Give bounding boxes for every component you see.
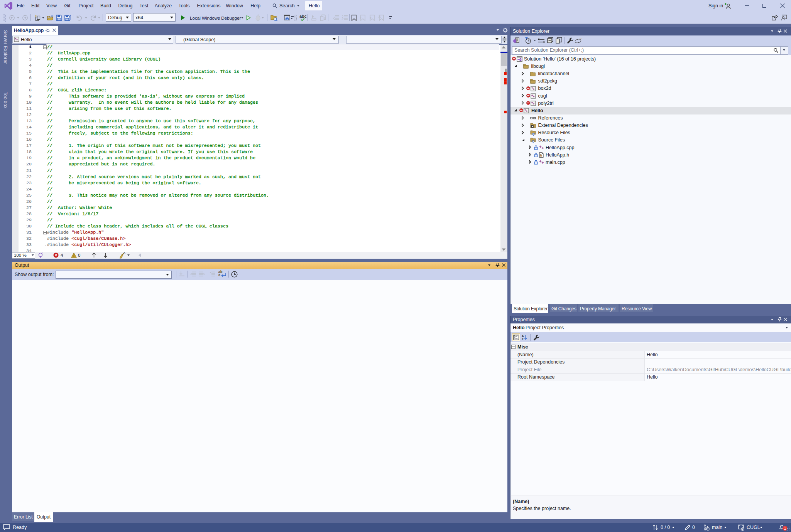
svg-text:Z: Z [522, 337, 524, 340]
svg-text:h: h [540, 153, 542, 157]
